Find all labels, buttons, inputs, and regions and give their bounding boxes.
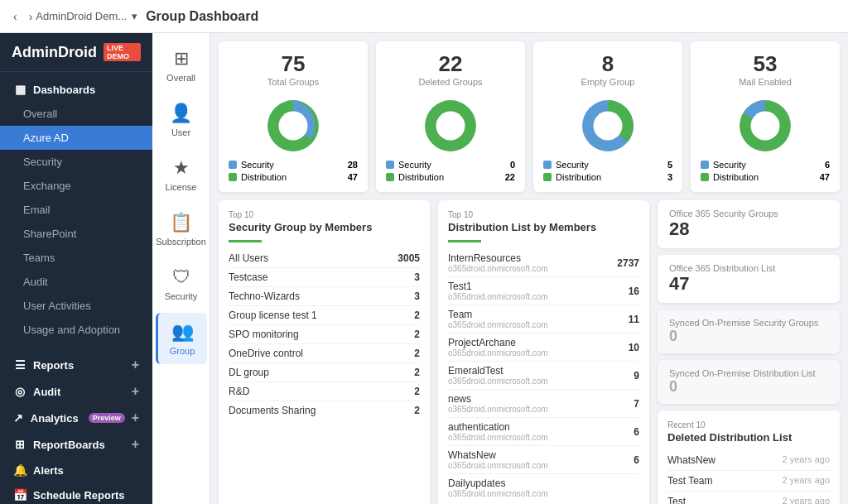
list-item: newso365droid.onmicrosoft.com 7 [448,390,639,418]
list-item: ProjectArchaneo365droid.onmicrosoft.com … [448,334,639,362]
sidebar-item-azure-ad[interactable]: Azure AD [0,126,152,150]
top10-distribution-list: InternResourceso365droid.onmicrosoft.com… [448,249,639,502]
mid-nav-group[interactable]: 👥 Group [156,313,207,364]
user-nav-label: User [171,127,190,137]
list-item: SPO monitoring2 [229,325,420,344]
list-item: EmeraldTesto365droid.onmicrosoft.com 9 [448,362,639,390]
sidebar-item-reportboards[interactable]: ⊞ ReportBoards + [0,431,152,458]
sidebar-sharepoint-label: SharePoint [23,228,76,240]
preview-badge: Preview [89,413,125,423]
reportboards-plus-icon[interactable]: + [132,437,139,452]
sidebar-item-audit-nav[interactable]: ◎ Audit + [0,378,152,405]
o365-security-label: Office 365 Security Groups [669,209,828,218]
sidebar-item-email[interactable]: Email [0,198,152,222]
synced-dist-label: Synced On-Premise Distribution List [669,368,828,378]
sidebar-item-usage-adoption[interactable]: Usage and Adoption [0,318,152,342]
deleted-list-title-small: Recent 10 [667,420,830,430]
subscription-nav-label: Subscription [156,237,206,247]
group-nav-icon: 👥 [171,321,194,343]
sidebar-email-label: Email [23,204,51,216]
top10-security-card: Top 10 Security Group by Members All Use… [219,200,430,504]
stat-card-deleted-groups: 22 Deleted Groups Security 0 [376,41,525,192]
list-item: Group license test 12 [229,306,420,325]
mail-enabled-label: Mail Enabled [739,77,792,87]
sidebar-item-teams[interactable]: Teams [0,246,152,270]
sidebar-audit-label: Audit [33,386,60,398]
o365-security-num: 28 [669,218,828,240]
sidebar-dashboards-section: ▦ Dashboards Overall Azure AD Security E… [0,72,152,347]
schedule-icon: 📅 [13,488,26,502]
svg-point-3 [436,112,465,141]
synced-security-stat: Synced On-Premise Security Groups 0 [658,310,840,353]
list-item: Testcase3 [229,268,420,287]
sidebar-reports-label: Reports [33,359,74,372]
synced-dist-stat: Synced On-Premise Distribution List 0 [658,360,840,404]
breadcrumb-dropdown[interactable]: ▾ [132,10,137,22]
sidebar-item-user-activities[interactable]: User Activities [0,294,152,318]
stat-card-total-groups: 75 Total Groups Security 28 [219,41,368,192]
stat-cards-row: 75 Total Groups Security 28 [219,41,840,192]
back-button[interactable]: ‹ [10,8,21,25]
sidebar-exchange-label: Exchange [23,180,71,192]
analytics-icon: ↗ [13,411,24,425]
stat-card-mail-enabled: 53 Mail Enabled Security 6 [691,41,840,192]
forward-button[interactable]: › [26,8,36,25]
sidebar-reportboards-label: ReportBoards [33,439,105,451]
mid-nav-user[interactable]: 👤 User [156,94,207,146]
synced-security-num: 0 [669,328,828,345]
overall-nav-icon: ⊞ [174,48,189,70]
sidebar-item-overall[interactable]: Overall [0,102,152,126]
sidebar-item-security[interactable]: Security [0,150,152,174]
group-nav-label: Group [170,346,195,356]
alerts-icon: 🔔 [13,463,26,477]
sidebar-item-schedule-reports[interactable]: 📅 Schedule Reports [0,482,152,504]
list-item: InternResourceso365droid.onmicrosoft.com… [448,249,639,277]
topbar: ‹ › AdminDroid Dem... ▾ Group Dashboard [0,0,848,33]
logo-badge: LIVE DEMO [104,43,141,61]
sidebar-item-audit-dash[interactable]: Audit [0,270,152,294]
list-item: Test1o365droid.onmicrosoft.com 16 [448,277,639,305]
sidebar-alerts-label: Alerts [33,464,64,477]
deleted-groups-legend: Security 0 Distribution 22 [386,160,515,182]
sidebar-item-dashboards[interactable]: ▦ Dashboards [0,77,152,102]
mail-enabled-num: 53 [754,51,778,77]
item-name: All Users [229,252,268,264]
top10-security-title: Security Group by Members [229,221,420,233]
audit-icon: ◎ [13,385,26,398]
total-groups-label: Total Groups [267,77,319,87]
o365-security-groups-stat: Office 365 Security Groups 28 [658,200,840,248]
o365-distribution-stat: Office 365 Distribution List 47 [658,255,840,303]
subscription-nav-icon: 📋 [170,212,192,233]
deleted-list-card: Recent 10 Deleted Distribution List What… [658,410,840,504]
mid-nav-subscription[interactable]: 📋 Subscription [156,204,207,255]
list-item: WhatsNewo365droid.onmicrosoft.com 6 [448,446,639,474]
list-item: R&D2 [229,382,420,401]
breadcrumb: AdminDroid Dem... ▾ [36,10,137,22]
sidebar-item-reports[interactable]: ☰ Reports + [0,352,152,378]
dashboards-icon: ▦ [13,83,26,96]
user-nav-icon: 👤 [170,103,192,124]
mid-nav-overall[interactable]: ⊞ Overall [156,40,207,91]
list-item: WhatsNew 2 years ago [667,450,830,471]
mid-nav-license[interactable]: ★ License [156,149,207,200]
topbar-navigation: ‹ › [10,8,36,25]
sidebar-item-alerts[interactable]: 🔔 Alerts [0,458,152,482]
analytics-plus-icon[interactable]: + [132,410,139,425]
sidebar-item-exchange[interactable]: Exchange [0,174,152,198]
sidebar-item-sharepoint[interactable]: SharePoint [0,222,152,246]
deleted-list-title: Deleted Distribution List [667,431,830,444]
license-nav-label: License [166,182,197,192]
deleted-groups-num: 22 [439,51,463,77]
mid-nav-security[interactable]: 🛡 Security [156,258,207,310]
breadcrumb-item[interactable]: AdminDroid Dem... [36,10,127,22]
audit-plus-icon[interactable]: + [132,384,139,399]
item-count: 3005 [391,252,420,264]
deleted-groups-label: Deleted Groups [418,77,482,87]
security-nav-icon: 🛡 [172,266,190,288]
sidebar-dashboards-label: Dashboards [33,84,95,96]
reports-plus-icon[interactable]: + [132,358,139,372]
main-content: 75 Total Groups Security 28 [210,33,848,504]
right-panel: Office 365 Security Groups 28 Office 365… [658,200,840,504]
sidebar-schedule-label: Schedule Reports [33,489,125,502]
sidebar-item-analytics[interactable]: ↗ Analytics Preview + [0,405,152,431]
